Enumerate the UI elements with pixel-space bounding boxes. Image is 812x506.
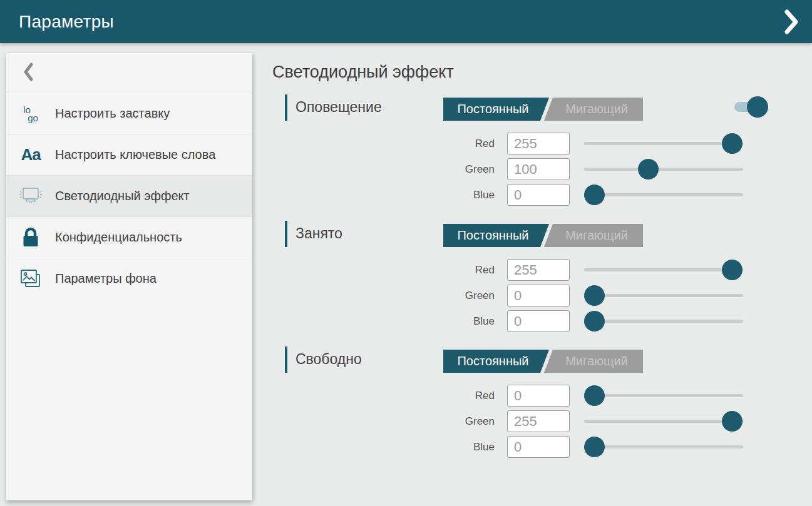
background-image-icon xyxy=(6,268,55,290)
mode-option-solid[interactable]: Постоянный xyxy=(443,350,549,373)
channel-label-red: Red xyxy=(441,390,495,402)
channel-row-blue: Blue xyxy=(272,436,812,458)
led-display-icon xyxy=(6,186,55,206)
slider-track xyxy=(584,394,743,397)
sidebar-item-label: Параметры фона xyxy=(55,270,157,287)
channel-row-red: Red xyxy=(272,385,812,407)
blue-slider[interactable] xyxy=(584,184,743,206)
section-accent-bar xyxy=(285,347,287,373)
mode-option-blinking[interactable]: Мигающий xyxy=(544,224,643,247)
slider-knob[interactable] xyxy=(584,437,605,457)
sidebar: logo Настроить заставку Aa Настроить клю… xyxy=(6,53,252,500)
channel-label-blue: Blue xyxy=(441,189,495,201)
mode-option-solid[interactable]: Постоянный xyxy=(443,224,549,247)
mode-toggle: Постоянный Мигающий xyxy=(443,224,643,247)
mode-option-solid-label: Постоянный xyxy=(457,354,528,368)
mode-option-blinking-label: Мигающий xyxy=(565,102,628,116)
blue-value-input[interactable] xyxy=(507,184,570,206)
section-label: Занято xyxy=(296,225,342,242)
green-value-input[interactable] xyxy=(507,158,570,180)
channel-row-red: Red xyxy=(272,133,812,154)
slider-knob[interactable] xyxy=(722,260,743,280)
red-value-input[interactable] xyxy=(507,133,570,154)
slider-knob[interactable] xyxy=(638,159,659,180)
slider-knob[interactable] xyxy=(722,133,743,154)
main-title: Светодиодный эффект xyxy=(272,63,454,82)
sidebar-item-screensaver[interactable]: logo Настроить заставку xyxy=(6,93,252,134)
sidebar-back-button[interactable] xyxy=(6,53,252,93)
text-aa-icon: Aa xyxy=(6,145,55,164)
channel-label-blue: Blue xyxy=(441,315,495,328)
slider-knob[interactable] xyxy=(584,185,605,205)
rgb-block: Red Green Blue xyxy=(272,133,812,206)
channel-row-green: Green xyxy=(272,285,812,306)
slider-track xyxy=(584,445,743,448)
led-sections: Оповещение Постоянный Мигающий Red xyxy=(272,94,812,472)
green-slider[interactable] xyxy=(584,285,743,306)
slider-track xyxy=(584,142,743,145)
green-value-input[interactable] xyxy=(507,285,570,306)
slider-knob[interactable] xyxy=(584,311,605,331)
mode-toggle: Постоянный Мигающий xyxy=(443,98,643,121)
channel-row-blue: Blue xyxy=(272,184,812,206)
sidebar-item-background[interactable]: Параметры фона xyxy=(6,258,252,299)
blue-value-input[interactable] xyxy=(507,310,570,332)
red-value-input[interactable] xyxy=(507,259,570,281)
section-label: Свободно xyxy=(296,351,362,368)
led-section: Оповещение Постоянный Мигающий Red xyxy=(272,94,812,220)
led-section: Свободно Постоянный Мигающий Red xyxy=(272,346,812,472)
sidebar-item-label: Светодиодный эффект xyxy=(55,188,190,205)
sidebar-item-label: Настроить заставку xyxy=(55,105,170,122)
rgb-block: Red Green Blue xyxy=(272,385,812,458)
channel-row-green: Green xyxy=(272,158,812,180)
slider-track xyxy=(584,420,743,423)
sidebar-item-keywords[interactable]: Aa Настроить ключевые слова xyxy=(6,134,252,175)
section-label: Оповещение xyxy=(296,99,382,116)
mode-option-solid-label: Постоянный xyxy=(457,228,528,243)
slider-track xyxy=(584,193,743,196)
blue-slider[interactable] xyxy=(584,436,743,458)
switch-knob xyxy=(747,96,768,118)
blue-slider[interactable] xyxy=(584,310,743,332)
channel-label-red: Red xyxy=(441,138,495,150)
mode-option-blinking[interactable]: Мигающий xyxy=(544,350,643,373)
green-value-input[interactable] xyxy=(507,410,570,432)
mode-option-solid[interactable]: Постоянный xyxy=(443,98,549,121)
channel-label-blue: Blue xyxy=(441,441,495,453)
channel-label-green: Green xyxy=(441,163,495,176)
sidebar-item-led-effect[interactable]: Светодиодный эффект xyxy=(6,175,252,216)
sidebar-item-privacy[interactable]: Конфиденциальность xyxy=(6,216,252,258)
section-accent-bar xyxy=(285,221,287,247)
slider-track xyxy=(584,320,743,323)
channel-label-red: Red xyxy=(441,264,495,276)
rgb-block: Red Green Blue xyxy=(272,259,812,332)
logo-icon: logo xyxy=(6,106,55,122)
slider-track xyxy=(584,268,743,271)
red-slider[interactable] xyxy=(584,385,743,407)
sidebar-item-label: Конфиденциальность xyxy=(55,229,182,246)
slider-knob[interactable] xyxy=(722,411,743,432)
slider-knob[interactable] xyxy=(584,285,605,306)
green-slider[interactable] xyxy=(584,158,743,180)
slider-track xyxy=(584,168,743,171)
channel-label-green: Green xyxy=(441,290,495,302)
mode-option-blinking-label: Мигающий xyxy=(565,228,628,243)
page-title: Параметры xyxy=(19,12,114,32)
mode-option-solid-label: Постоянный xyxy=(457,102,528,116)
green-slider[interactable] xyxy=(584,410,743,432)
blue-value-input[interactable] xyxy=(507,436,570,458)
mode-option-blinking-label: Мигающий xyxy=(565,354,628,368)
red-value-input[interactable] xyxy=(507,385,570,407)
forward-chevron-icon[interactable] xyxy=(784,9,798,34)
red-slider[interactable] xyxy=(584,133,743,154)
channel-label-green: Green xyxy=(441,415,495,428)
red-slider[interactable] xyxy=(584,259,743,281)
channel-row-green: Green xyxy=(272,410,812,432)
led-section: Занято Постоянный Мигающий Red xyxy=(272,220,812,346)
slider-knob[interactable] xyxy=(584,385,605,406)
mode-option-blinking[interactable]: Мигающий xyxy=(544,98,643,121)
mode-toggle: Постоянный Мигающий xyxy=(443,350,643,373)
slider-track xyxy=(584,294,743,297)
led-enabled-switch[interactable] xyxy=(734,96,768,118)
back-chevron-icon xyxy=(23,63,33,84)
